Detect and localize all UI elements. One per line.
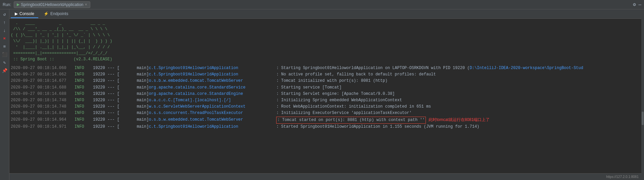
- log-msg-9: : Tomcat started on port(s): 8081 (http)…: [277, 118, 425, 122]
- log-msg-5: : Starting Servlet engine: [Apache Tomca…: [276, 91, 395, 97]
- log-timestamp-4: 2020-09-27 00:18:14.688: [11, 84, 75, 91]
- settings-icon[interactable]: ⚙: [633, 2, 636, 7]
- log-pid-6: 19220 --- [: [93, 97, 119, 104]
- log-thread-end-6: ]: [146, 97, 149, 104]
- log-timestamp-9: 2020-09-27 00:18:14.964: [11, 117, 75, 124]
- run-tab[interactable]: ▶ Springboot01HelloworldApplication ✕: [14, 1, 90, 8]
- log-line-2: 2020-09-27 00:18:14.062 INFO 19220 --- […: [11, 71, 641, 78]
- log-line-9: 2020-09-27 00:18:14.964 INFO 19220 --- […: [11, 117, 641, 124]
- log-thread-end-1: ]: [146, 65, 149, 71]
- log-thread-8: main: [119, 110, 146, 116]
- tomcat-annotation: 此时tomcat就运行在8081端口上了: [429, 117, 490, 124]
- log-thread-end-10: ]: [146, 124, 149, 130]
- console-output[interactable]: . ____ _ __ _ _ /\\ / ___'_ __ _ _(_)_ _…: [9, 19, 641, 173]
- log-timestamp-1: 2020-09-27 00:18:14.060: [11, 65, 75, 71]
- log-thread-4: main: [119, 84, 146, 91]
- log-link-1[interactable]: D:\IntelliJ-IDEA-2020-workspace\SpringBo…: [470, 65, 583, 71]
- log-level-3: INFO: [75, 78, 93, 84]
- log-pid-5: 19220 --- [: [93, 91, 119, 97]
- log-msg-4: : Starting service [Tomcat]: [276, 84, 341, 91]
- log-pid-1: 19220 --- [: [93, 65, 119, 71]
- log-level-7: INFO: [75, 104, 93, 110]
- log-level-10: INFO: [75, 124, 93, 130]
- log-msg-3: : Tomcat initialized with port(s): 8081 …: [276, 78, 387, 84]
- log-line-3: 2020-09-27 00:18:14.677 INFO 19220 --- […: [11, 78, 641, 84]
- tab-console[interactable]: ▶ Console: [11, 10, 38, 18]
- log-thread-end-5: ]: [146, 91, 149, 97]
- log-thread-end-4: ]: [146, 84, 149, 91]
- clear-button[interactable]: ⬛: [1, 51, 8, 58]
- log-thread-3: main: [119, 78, 146, 84]
- log-pid-10: 19220 --- [: [93, 124, 119, 130]
- log-logger-9: o.s.b.w.embedded.tomcat.TomcatWebServer: [149, 117, 276, 124]
- bottom-url: https://127.2.0.1:8081: [606, 175, 639, 179]
- run-label: Run:: [3, 2, 11, 7]
- log-timestamp-10: 2020-09-27 00:18:14.971: [11, 124, 75, 130]
- log-level-6: INFO: [75, 97, 93, 104]
- log-thread-6: main: [119, 97, 146, 104]
- log-logger-7: w.s.c.ServletWebServerApplicationContext: [149, 104, 276, 110]
- print-button[interactable]: ✎: [1, 59, 8, 66]
- log-msg-2: : No active profile set, falling back to…: [276, 71, 436, 78]
- log-pid-4: 19220 --- [: [93, 84, 119, 91]
- log-thread-2: main: [119, 71, 146, 78]
- left-toolbar: ↺ ↑ ↓ ✖ ≡ ⬛ ✎ 📌: [0, 9, 9, 180]
- right-scrollbar-thumb[interactable]: [642, 112, 644, 125]
- minimize-icon[interactable]: —: [639, 2, 641, 7]
- log-pid-7: 19220 --- [: [93, 104, 119, 110]
- log-msg-8: : Initializing ExecutorService 'applicat…: [276, 110, 411, 116]
- log-thread-9: main: [119, 117, 146, 124]
- log-pid-8: 19220 --- [: [93, 110, 119, 116]
- log-msg-6: : Initializing Spring embedded WebApplic…: [276, 97, 402, 104]
- log-level-4: INFO: [75, 84, 93, 91]
- tomcat-port-highlight: : Tomcat started on port(s): 8081 (http)…: [276, 117, 426, 124]
- console-icon: ▶: [15, 11, 18, 16]
- log-logger-4: org.apache.catalina.core.StandardService: [149, 84, 276, 91]
- log-msg-1: : Starting Springboot01HelloworldApplica…: [276, 65, 469, 71]
- log-thread-end-2: ]: [146, 71, 149, 78]
- log-logger-1: c.t.Springboot01HelloworldApplication: [149, 65, 276, 71]
- log-logger-8: o.s.s.concurrent.ThreadPoolTaskExecutor: [149, 110, 276, 116]
- scroll-up-button[interactable]: ↑: [1, 19, 8, 26]
- bottom-bar: https://127.2.0.1:8081: [9, 173, 641, 180]
- log-thread-10: main: [119, 124, 146, 130]
- restart-button[interactable]: ↺: [1, 11, 8, 18]
- log-line-5: 2020-09-27 00:18:14.688 INFO 19220 --- […: [11, 91, 641, 97]
- log-pid-3: 19220 --- [: [93, 78, 119, 84]
- log-msg-10: : Started Springboot01HelloworldApplicat…: [276, 124, 479, 130]
- log-timestamp-6: 2020-09-27 00:18:14.748: [11, 97, 75, 104]
- console-tab-label: Console: [19, 11, 34, 16]
- log-thread-7: main: [119, 104, 146, 110]
- right-scrollbar[interactable]: [641, 9, 644, 180]
- stop-button[interactable]: ✖: [1, 35, 8, 42]
- endpoints-icon: ⚡: [44, 11, 49, 16]
- log-thread-end-3: ]: [146, 78, 149, 84]
- log-line-7: 2020-09-27 00:18:14.748 INFO 19220 --- […: [11, 104, 641, 110]
- log-level-8: INFO: [75, 110, 93, 116]
- spring-banner: . ____ _ __ _ _ /\\ / ___'_ __ _ _(_)_ _…: [11, 20, 641, 62]
- log-timestamp-5: 2020-09-27 00:18:14.688: [11, 91, 75, 97]
- pin-button[interactable]: 📌: [1, 67, 8, 74]
- tab-bar: ▶ Console ⚡ Endpoints: [9, 9, 641, 19]
- run-tab-name: Springboot01HelloworldApplication: [21, 2, 83, 7]
- log-timestamp-2: 2020-09-27 00:18:14.062: [11, 71, 75, 78]
- log-line-1: 2020-09-27 00:18:14.060 INFO 19220 --- […: [11, 65, 641, 71]
- scroll-down-button[interactable]: ↓: [1, 27, 8, 34]
- log-logger-2: c.t.Springboot01HelloworldApplication: [149, 71, 276, 78]
- log-level-9: INFO: [75, 117, 93, 124]
- log-line-8: 2020-09-27 00:18:14.848 INFO 19220 --- […: [11, 110, 641, 116]
- endpoints-tab-label: Endpoints: [50, 11, 68, 16]
- filter-button[interactable]: ≡: [1, 43, 8, 50]
- log-logger-5: org.apache.catalina.core.StandardEngine: [149, 91, 276, 97]
- log-thread-5: main: [119, 91, 146, 97]
- log-level-1: INFO: [75, 65, 93, 71]
- log-timestamp-3: 2020-09-27 00:18:14.677: [11, 78, 75, 84]
- log-level-2: INFO: [75, 71, 93, 78]
- log-thread-end-7: ]: [146, 104, 149, 110]
- tab-endpoints[interactable]: ⚡ Endpoints: [40, 10, 72, 18]
- log-thread-1: main: [119, 65, 146, 71]
- run-tab-close-icon[interactable]: ✕: [85, 3, 87, 6]
- log-line-4: 2020-09-27 00:18:14.688 INFO 19220 --- […: [11, 84, 641, 91]
- log-thread-end-9: ]: [146, 117, 149, 124]
- log-logger-10: c.t.Springboot01HelloworldApplication: [149, 124, 276, 130]
